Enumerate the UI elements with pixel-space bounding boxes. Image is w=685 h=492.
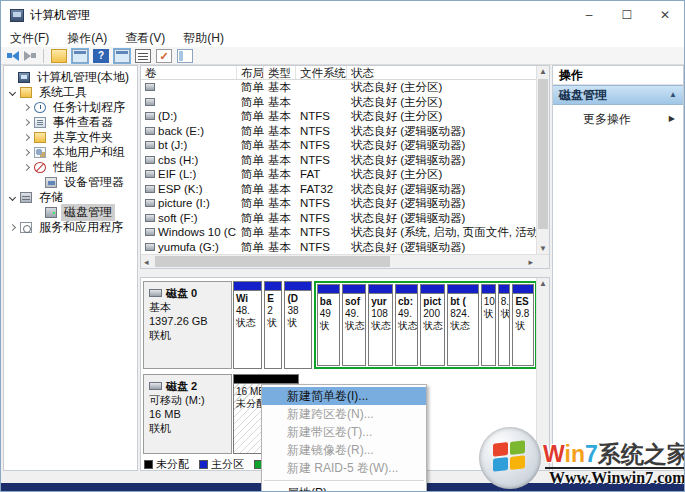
partition-back-e[interactable]: ba49状 — [317, 284, 340, 366]
col-volume[interactable]: 卷 — [141, 66, 237, 79]
chevron-right-icon[interactable] — [23, 134, 30, 141]
disk-icon — [149, 382, 162, 390]
volume-list-horizontal-scrollbar[interactable]: ◂ ▸ — [141, 254, 549, 268]
forward-icon[interactable] — [24, 51, 36, 61]
disk-0-info[interactable]: 磁盘 0 基本 1397.26 GB 联机 — [143, 281, 232, 369]
title-bar: 计算机管理 – ☐ ✕ — [1, 1, 684, 29]
help-icon[interactable]: ? — [93, 49, 109, 63]
menu-bar: 文件(F) 操作(A) 查看(V) 帮助(H) — [1, 29, 684, 47]
actions-section-disk-management[interactable]: 磁盘管理▲ — [553, 85, 683, 105]
partition-soft-f[interactable]: sof49.状态 — [342, 284, 366, 366]
tree-item-computer-management[interactable]: 计算机管理(本地) — [4, 70, 137, 85]
menu-item-new-striped-volume: 新建带区卷(T)... — [262, 423, 426, 441]
volume-row[interactable]: yumufa (G:)简单基本NTFS状态良好 (逻辑驱动器) — [141, 240, 549, 255]
console-window-icon[interactable] — [72, 49, 88, 63]
export-list-icon[interactable] — [135, 49, 151, 63]
volume-icon — [145, 185, 155, 193]
tree-item-services-apps[interactable]: 服务和应用程序 — [4, 220, 137, 235]
legend-primary: 主分区 — [199, 457, 244, 471]
tree-item-performance[interactable]: 性能 — [4, 160, 137, 175]
tree-item-storage[interactable]: 存储 — [4, 190, 137, 205]
volume-row[interactable]: cbs (H:)简单基本NTFS状态良好 (逻辑驱动器) — [141, 153, 549, 168]
partition-cbs-h[interactable]: cb:49.状态 — [395, 284, 418, 366]
partition-esp-k[interactable]: ES9.8状 — [512, 284, 534, 366]
show-console-tree-icon[interactable] — [114, 49, 130, 63]
chevron-right-icon[interactable] — [9, 224, 16, 231]
chevron-down-icon[interactable] — [9, 89, 16, 96]
minimize-button[interactable]: – — [570, 1, 608, 29]
disk-management-icon — [45, 207, 57, 218]
volume-row[interactable]: EIF (L:)简单基本FAT状态良好 (主分区) — [141, 167, 549, 182]
partition-d[interactable]: (D38状 — [284, 281, 311, 369]
volume-list-vertical-scrollbar[interactable]: ▲ ▼ — [536, 66, 549, 255]
partition-eif[interactable]: E2状 — [264, 281, 282, 369]
volume-row[interactable]: bt (J:)简单基本NTFS状态良好 (逻辑驱动器) — [141, 138, 549, 153]
properties-panel-icon[interactable] — [177, 49, 193, 63]
menu-item-new-simple-volume[interactable]: 新建简单卷(I)... — [262, 387, 426, 405]
col-type[interactable]: 类型 — [264, 66, 296, 79]
partition-bt-j[interactable]: bt (824.状态 — [447, 284, 478, 366]
col-fs[interactable]: 文件系统 — [296, 66, 347, 79]
chevron-right-icon[interactable] — [23, 164, 30, 171]
close-button[interactable]: ✕ — [646, 1, 684, 29]
menu-help[interactable]: 帮助(H) — [174, 30, 233, 47]
app-icon — [10, 9, 24, 22]
folder-up-icon[interactable] — [51, 49, 67, 63]
watermark-brand: Win7系统之家 — [543, 439, 685, 470]
windows-logo-icon — [479, 427, 541, 489]
volume-icon — [145, 214, 155, 222]
tree-item-local-users[interactable]: 本地用户和组 — [4, 145, 137, 160]
menu-separator — [264, 480, 424, 481]
partition-small-2[interactable]: 8.状 — [498, 284, 511, 366]
back-icon[interactable] — [7, 51, 19, 61]
tree-item-disk-management[interactable]: 磁盘管理 — [4, 205, 137, 220]
partition-windows-c[interactable]: Wi48.状态 — [233, 281, 262, 369]
volume-row[interactable]: 简单基本状态良好 (主分区) — [141, 95, 549, 110]
more-actions-item[interactable]: 更多操作▶ — [553, 109, 683, 129]
chevron-down-icon[interactable] — [9, 194, 16, 201]
disk-2-info[interactable]: 磁盘 2 可移动 (M:) 16 MB 联机 — [143, 374, 232, 454]
scroll-up-icon[interactable]: ▲ — [537, 66, 549, 78]
chevron-right-icon[interactable] — [23, 149, 30, 156]
partition-yumufa-g[interactable]: yur108状态 — [368, 284, 393, 366]
system-tools-icon — [20, 87, 32, 98]
scroll-right-icon[interactable]: ▸ — [528, 255, 533, 269]
volume-row[interactable]: soft (F:)简单基本NTFS状态良好 (逻辑驱动器) — [141, 211, 549, 226]
volume-row[interactable]: 简单基本状态良好 (主分区) — [141, 80, 549, 95]
menu-view[interactable]: 查看(V) — [116, 30, 174, 47]
watermark-url: Www.Winwin7.com — [549, 469, 685, 487]
services-icon — [20, 222, 32, 233]
col-status[interactable]: 状态 — [347, 66, 549, 79]
tree-item-event-viewer[interactable]: 事件查看器 — [4, 115, 137, 130]
volume-row[interactable]: ESP (K:)简单基本FAT32状态良好 (逻辑驱动器) — [141, 182, 549, 197]
tree-item-shared-folders[interactable]: 共享文件夹 — [4, 130, 137, 145]
volume-row[interactable]: Windows 10 (C:)简单基本NTFS状态良好 (系统, 启动, 页面文… — [141, 225, 549, 240]
volume-row[interactable]: picture (I:)简单基本NTFS状态良好 (逻辑驱动器) — [141, 196, 549, 211]
menu-item-new-raid5-volume: 新建 RAID-5 卷(W)... — [262, 459, 426, 477]
volume-list-header: 卷 布局 类型 文件系统 状态 — [141, 66, 549, 80]
tree-item-device-manager[interactable]: 设备管理器 — [4, 175, 137, 190]
checklist-icon[interactable]: ✓ — [156, 49, 172, 63]
tree-item-task-scheduler[interactable]: 任务计划程序 — [4, 100, 137, 115]
menu-file[interactable]: 文件(F) — [1, 30, 58, 47]
window-title: 计算机管理 — [30, 7, 90, 24]
volume-row[interactable]: (D:)简单基本NTFS状态良好 (主分区) — [141, 109, 549, 124]
storage-icon — [20, 192, 32, 203]
tree-item-system-tools[interactable]: 系统工具 — [4, 85, 137, 100]
maximize-button[interactable]: ☐ — [608, 1, 646, 29]
chevron-right-icon[interactable] — [23, 104, 30, 111]
partition-small-1[interactable]: 10状 — [481, 284, 496, 366]
col-layout[interactable]: 布局 — [237, 66, 264, 79]
chevron-right-icon[interactable] — [23, 119, 30, 126]
device-manager-icon — [45, 177, 57, 188]
menu-item-properties[interactable]: 属性(P) — [262, 484, 426, 492]
menu-action[interactable]: 操作(A) — [58, 30, 116, 47]
scroll-left-icon[interactable]: ◂ — [144, 255, 149, 269]
scroll-up-icon[interactable]: ▲ — [537, 278, 549, 290]
volume-icon — [145, 83, 155, 91]
context-menu: 新建简单卷(I)... 新建跨区卷(N)... 新建带区卷(T)... 新建镜像… — [261, 384, 427, 492]
watermark: Win7系统之家 Www.Winwin7.com — [477, 425, 685, 491]
collapse-icon[interactable]: ▲ — [669, 85, 677, 105]
partition-picture-i[interactable]: pict200状态 — [420, 284, 445, 366]
volume-row[interactable]: back (E:)简单基本NTFS状态良好 (逻辑驱动器) — [141, 124, 549, 139]
